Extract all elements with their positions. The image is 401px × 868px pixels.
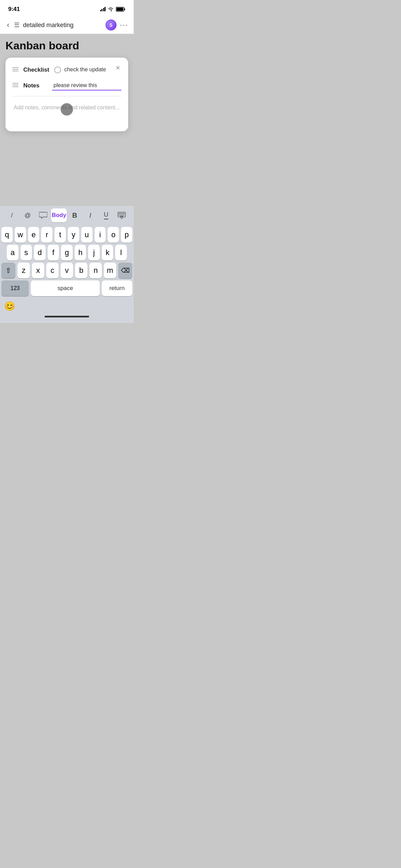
page-background: Kanban board × Checklist check the updat… xyxy=(0,34,134,205)
num-key[interactable]: 123 xyxy=(1,280,29,296)
bold-button[interactable]: B xyxy=(67,208,83,222)
svg-rect-1 xyxy=(124,9,125,10)
key-n[interactable]: n xyxy=(89,263,102,278)
svg-rect-6 xyxy=(122,213,123,214)
svg-rect-2 xyxy=(117,8,123,11)
key-m[interactable]: m xyxy=(104,263,116,278)
keyboard-row-3: ⇧ z x c v b n m ⌫ xyxy=(0,261,134,278)
slash-button[interactable]: / xyxy=(4,208,20,222)
modal-divider xyxy=(12,96,121,96)
key-u[interactable]: u xyxy=(81,227,93,243)
keyboard-row-1: q w e r t y u i o p xyxy=(0,225,134,243)
back-button[interactable]: ‹ xyxy=(5,19,11,31)
key-x[interactable]: x xyxy=(32,263,44,278)
key-r[interactable]: r xyxy=(41,227,52,243)
key-l[interactable]: l xyxy=(115,245,127,261)
keyboard: q w e r t y u i o p a s d f g h j k l ⇧ … xyxy=(0,225,134,323)
keyboard-hide-button[interactable] xyxy=(114,208,130,222)
key-y[interactable]: y xyxy=(68,227,79,243)
checklist-row: Checklist check the update xyxy=(12,66,121,73)
more-button[interactable]: ··· xyxy=(120,21,128,29)
italic-button[interactable]: I xyxy=(83,208,98,222)
cursor-indicator xyxy=(61,103,73,116)
keyboard-bottom-row: 123 space return xyxy=(0,278,134,298)
checklist-checkbox[interactable] xyxy=(54,67,61,73)
svg-rect-9 xyxy=(120,215,121,216)
notes-input-wrapper xyxy=(52,82,121,91)
key-f[interactable]: f xyxy=(48,245,59,261)
comment-icon xyxy=(39,212,47,219)
return-key[interactable]: return xyxy=(102,280,132,296)
key-j[interactable]: j xyxy=(88,245,100,261)
svg-rect-5 xyxy=(120,213,121,214)
kanban-board-title: Kanban board xyxy=(5,39,128,52)
key-b[interactable]: b xyxy=(75,263,87,278)
delete-key[interactable]: ⌫ xyxy=(118,263,132,278)
key-o[interactable]: o xyxy=(108,227,119,243)
doc-icon: ☰ xyxy=(14,21,20,29)
svg-rect-7 xyxy=(123,213,124,214)
key-q[interactable]: q xyxy=(1,227,13,243)
shift-key[interactable]: ⇧ xyxy=(1,263,15,278)
status-time: 9:41 xyxy=(8,6,20,13)
key-t[interactable]: t xyxy=(54,227,66,243)
key-d[interactable]: d xyxy=(34,245,46,261)
status-bar: 9:41 xyxy=(0,0,134,16)
keyboard-toolbar: / @ Body B I U xyxy=(0,205,134,225)
notes-row: Notes xyxy=(12,82,121,91)
avatar[interactable]: S xyxy=(106,20,117,31)
underline-button[interactable]: U xyxy=(98,208,114,222)
keyboard-icon xyxy=(118,212,126,219)
add-notes-area[interactable]: Add notes, comments and related content.… xyxy=(12,102,121,124)
key-p[interactable]: p xyxy=(121,227,132,243)
comment-button[interactable] xyxy=(36,208,51,222)
checklist-item-text: check the update xyxy=(64,66,106,73)
notes-input[interactable] xyxy=(52,82,121,91)
page-title: detailed marketing xyxy=(23,22,102,29)
emoji-button[interactable]: 😊 xyxy=(4,301,15,312)
notes-label: Notes xyxy=(23,82,47,89)
signal-bars-icon xyxy=(100,7,106,11)
svg-rect-8 xyxy=(119,215,120,216)
home-indicator xyxy=(45,316,89,317)
checklist-drag-handle[interactable] xyxy=(12,66,19,71)
key-z[interactable]: z xyxy=(17,263,30,278)
keyboard-row-2: a s d f g h j k l xyxy=(0,243,134,261)
svg-rect-4 xyxy=(119,213,120,214)
modal-card: × Checklist check the update Notes xyxy=(5,58,128,131)
key-v[interactable]: v xyxy=(61,263,73,278)
at-button[interactable]: @ xyxy=(20,208,36,222)
nav-bar: ‹ ☰ detailed marketing S ··· xyxy=(0,16,134,34)
key-h[interactable]: h xyxy=(75,245,86,261)
checklist-item: check the update xyxy=(54,66,121,73)
emoji-row: 😊 xyxy=(0,298,134,313)
svg-rect-12 xyxy=(120,216,123,217)
close-button[interactable]: × xyxy=(113,63,123,73)
key-s[interactable]: s xyxy=(21,245,32,261)
key-g[interactable]: g xyxy=(61,245,73,261)
key-c[interactable]: c xyxy=(46,263,59,278)
battery-icon xyxy=(116,7,125,12)
key-w[interactable]: w xyxy=(15,227,26,243)
checklist-label: Checklist xyxy=(23,66,49,73)
key-i[interactable]: i xyxy=(95,227,106,243)
key-k[interactable]: k xyxy=(102,245,113,261)
wifi-icon xyxy=(108,7,114,12)
key-a[interactable]: a xyxy=(7,245,19,261)
key-e[interactable]: e xyxy=(28,227,39,243)
body-button[interactable]: Body xyxy=(51,208,67,222)
status-icons xyxy=(100,7,126,12)
notes-drag-handle[interactable] xyxy=(12,82,19,87)
home-indicator-area xyxy=(0,313,134,323)
space-key[interactable]: space xyxy=(31,280,100,296)
svg-rect-10 xyxy=(122,215,123,216)
svg-rect-11 xyxy=(123,215,124,216)
